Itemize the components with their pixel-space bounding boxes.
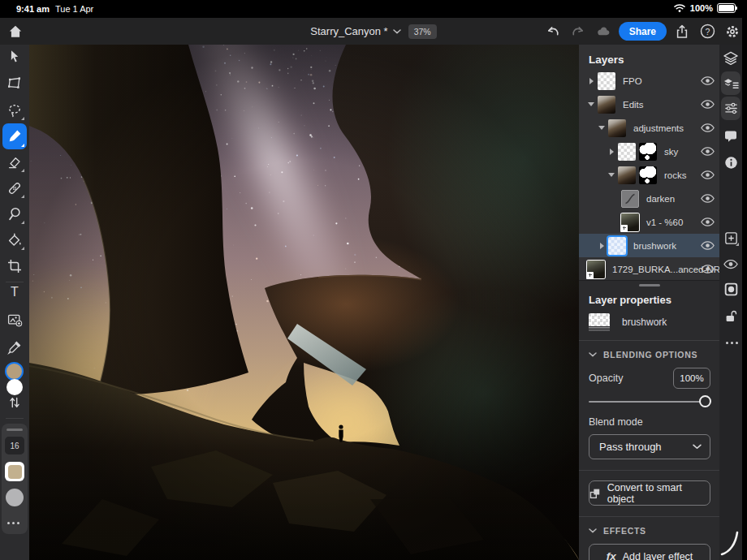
layer-visibility-icon[interactable]	[701, 193, 715, 204]
brush-tool[interactable]	[2, 123, 27, 149]
undo-button[interactable]	[543, 22, 563, 41]
help-button[interactable]: ?	[697, 22, 717, 41]
layer-visibility-icon[interactable]	[701, 146, 715, 157]
brush-opacity-swatch[interactable]	[6, 489, 24, 506]
tool-options-handle[interactable]	[6, 429, 23, 431]
clock: 9:41 am	[16, 4, 50, 14]
layer-properties-panel-button[interactable]	[721, 71, 741, 95]
layers-panel: Layers FPO Edits adjustments sky rocks d…	[579, 45, 719, 280]
zoom-level-badge[interactable]: 37%	[408, 24, 437, 39]
layer-row[interactable]: adjustments	[579, 116, 719, 140]
document-title-menu[interactable]: Starry_Canyon *	[310, 25, 400, 37]
blend-mode-dropdown[interactable]: Pass through	[589, 434, 710, 459]
move-tool[interactable]	[2, 45, 27, 69]
convert-to-smart-object-button[interactable]: Convert to smart object	[589, 480, 710, 506]
cloud-sync-icon[interactable]	[594, 22, 613, 41]
layer-visibility-icon[interactable]	[701, 99, 715, 110]
place-image-tool[interactable]	[2, 308, 27, 332]
export-button[interactable]	[672, 22, 692, 41]
opacity-slider-handle[interactable]	[699, 395, 711, 407]
layer-row[interactable]: sky	[579, 140, 719, 163]
layer-visibility-icon[interactable]	[701, 264, 715, 274]
chevron-down-icon	[589, 528, 597, 533]
lock-layer-button[interactable]	[722, 308, 740, 325]
toolbar-divider	[6, 418, 24, 419]
type-tool[interactable]: T	[2, 280, 27, 304]
adjustment-layer-thumbnail	[621, 190, 639, 208]
layer-row[interactable]: Edits	[579, 93, 719, 116]
transform-tool[interactable]	[2, 71, 27, 96]
effects-header[interactable]: EFFECTS	[589, 526, 719, 536]
layer-mask-thumbnail	[639, 143, 657, 161]
canvas[interactable]	[29, 45, 579, 560]
layer-thumbnail	[598, 72, 615, 90]
dodge-burn-tool[interactable]	[2, 202, 27, 226]
blending-options-header[interactable]: BLENDING OPTIONS	[589, 350, 719, 360]
eraser-tool[interactable]	[2, 150, 27, 174]
battery-icon	[717, 3, 736, 13]
foreground-color-well[interactable]	[5, 362, 24, 381]
screen-bezel	[742, 18, 747, 560]
chevron-down-icon	[589, 352, 597, 357]
share-button[interactable]: Share	[619, 22, 667, 41]
date: Tue 1 Apr	[55, 4, 93, 14]
layer-row-selected[interactable]: brushwork	[579, 234, 719, 257]
layers-panel-button[interactable]	[722, 50, 740, 67]
layer-row[interactable]: FPO	[579, 69, 719, 93]
layer-row[interactable]: darken	[579, 187, 719, 210]
brush-color-swatch[interactable]	[5, 462, 24, 481]
fx-icon: fx	[607, 550, 616, 560]
layer-properties-panel: Layer properties brushwork BLENDING OPTI…	[579, 280, 719, 560]
divider	[579, 516, 719, 517]
add-mask-button[interactable]	[722, 280, 740, 298]
layer-row[interactable]: rocks	[579, 163, 719, 187]
layer-visibility-icon[interactable]	[701, 75, 715, 86]
layer-visibility-icon[interactable]	[701, 240, 715, 251]
disclosure-icon[interactable]	[598, 126, 606, 130]
disclosure-icon[interactable]	[607, 173, 615, 177]
chevron-down-icon	[393, 29, 401, 34]
layer-thumbnail	[618, 166, 636, 184]
opacity-value-field[interactable]: 100%	[673, 368, 710, 389]
eyedropper-tool[interactable]	[2, 335, 27, 360]
healing-brush-tool[interactable]	[2, 176, 27, 200]
selected-layer-thumbnail	[589, 313, 610, 331]
lasso-select-tool[interactable]	[2, 98, 27, 123]
comments-button[interactable]	[722, 127, 740, 145]
layer-thumbnail	[608, 119, 626, 137]
disclosure-icon[interactable]	[598, 243, 606, 249]
layer-row[interactable]: v1 - %60	[579, 210, 719, 234]
more-layer-options-button[interactable]	[726, 342, 738, 344]
disclosure-icon[interactable]	[587, 102, 595, 106]
adjustments-panel-button[interactable]	[721, 97, 741, 120]
document-title: Starry_Canyon *	[310, 25, 387, 37]
brush-size-badge[interactable]: 16	[5, 437, 24, 454]
more-tool-options-button[interactable]	[7, 522, 19, 524]
chevron-down-icon	[693, 444, 702, 450]
smart-object-icon	[589, 488, 601, 499]
disclosure-icon[interactable]	[587, 78, 595, 84]
info-button[interactable]	[722, 153, 740, 171]
selected-layer-name: brushwork	[622, 317, 667, 328]
properties-title: Layer properties	[589, 294, 719, 306]
layer-visibility-icon[interactable]	[701, 123, 715, 133]
opacity-label: Opacity	[589, 373, 623, 384]
layer-row[interactable]: 1729_BURKA...anced-NR33	[579, 257, 719, 281]
opacity-slider[interactable]	[589, 394, 710, 409]
crop-tool[interactable]	[2, 254, 27, 278]
layer-visibility-button[interactable]	[722, 255, 740, 273]
battery-percent: 100%	[690, 3, 713, 13]
layer-thumbnail	[618, 143, 636, 161]
layer-thumbnail	[598, 96, 615, 114]
add-layer-effect-button[interactable]: fx Add layer effect	[589, 544, 710, 560]
add-layer-button[interactable]	[722, 229, 740, 247]
settings-button[interactable]	[723, 22, 742, 41]
top-toolbar: Starry_Canyon * 37% Share ?	[0, 18, 747, 45]
layer-visibility-icon[interactable]	[701, 170, 715, 180]
disclosure-icon[interactable]	[607, 149, 615, 155]
layer-visibility-icon[interactable]	[701, 217, 715, 227]
swap-colors-button[interactable]	[2, 390, 27, 415]
redo-button[interactable]	[568, 22, 588, 41]
fill-tool[interactable]	[2, 228, 27, 252]
panel-resize-handle[interactable]	[639, 284, 660, 286]
